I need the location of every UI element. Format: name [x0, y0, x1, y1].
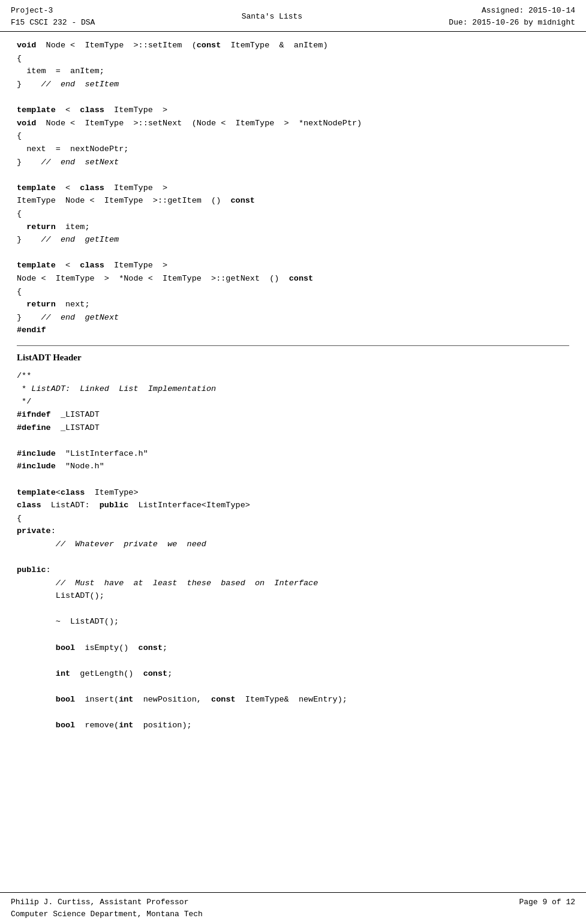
- section1-code: void Node < ItemType >::setItem (const I…: [17, 39, 569, 337]
- footer-left: Philip J. Curtiss, Assistant Professor C…: [11, 896, 203, 920]
- main-content: void Node < ItemType >::setItem (const I…: [0, 32, 586, 738]
- header-center: Santa's Lists: [242, 5, 302, 29]
- header-right: Assigned: 2015-10-14 Due: 2015-10-26 by …: [449, 5, 575, 29]
- section-divider: [17, 345, 569, 346]
- footer-dept: Computer Science Department, Montana Tec…: [11, 908, 203, 920]
- footer-author: Philip J. Curtiss, Assistant Professor: [11, 896, 203, 908]
- page-header: Project-3 F15 CSCI 232 - DSA Santa's Lis…: [0, 0, 586, 32]
- footer-page: Page 9 of 12: [519, 896, 575, 920]
- header-left: Project-3 F15 CSCI 232 - DSA: [11, 5, 95, 29]
- page-footer: Philip J. Curtiss, Assistant Professor C…: [0, 892, 586, 924]
- due-label: Due: 2015-10-26 by midnight: [449, 17, 575, 29]
- section2-title: ListADT Header: [17, 351, 569, 365]
- title-label: Santa's Lists: [242, 11, 302, 23]
- assigned-label: Assigned: 2015-10-14: [449, 5, 575, 17]
- project-label: Project-3: [11, 5, 95, 17]
- section2-code: /** * ListADT: Linked List Implementatio…: [17, 369, 569, 732]
- course-label: F15 CSCI 232 - DSA: [11, 17, 95, 29]
